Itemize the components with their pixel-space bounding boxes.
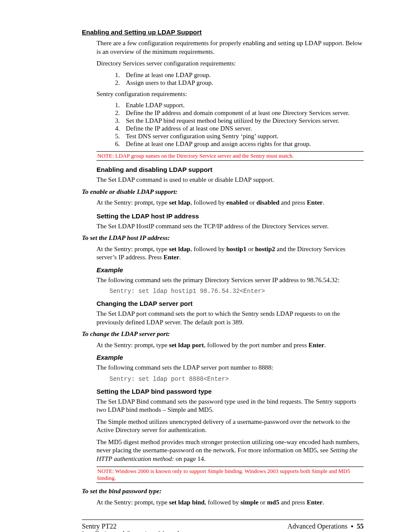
subheading: To set the LDAP host IP address: — [82, 234, 364, 243]
cmd: set ldap — [169, 199, 190, 206]
text: , followed by the port number and press — [204, 342, 308, 348]
ds-req-list: Define at least one LDAP group. Assign u… — [97, 72, 364, 87]
text: . — [323, 499, 324, 506]
cmd: hostip1 — [226, 246, 246, 252]
text: , followed by — [205, 499, 240, 506]
text: or — [248, 199, 256, 206]
heading-example: Example — [97, 266, 364, 274]
manual-title: Installation and Operations Manual — [82, 530, 179, 532]
cmd: enabled — [226, 199, 248, 206]
footer-right: Advanced Operations • 55 — [287, 523, 364, 532]
intro-paragraph: There are a few configuration requiremen… — [97, 39, 364, 56]
cmd: set ldap — [169, 246, 190, 252]
page-footer: Sentry PT22 Installation and Operations … — [82, 520, 364, 532]
cmd: Enter — [307, 499, 323, 506]
note-windows: NOTE: Windows 2000 is known only to supp… — [97, 467, 364, 483]
text: At the Sentry: prompt, type — [97, 199, 169, 206]
code-block: Sentry: set ldap hostip1 98.76.54.32<Ent… — [109, 288, 364, 295]
ds-req-label: Directory Services server configuration … — [97, 59, 364, 68]
command-text: At the Sentry: prompt, type set ldap, fo… — [97, 245, 364, 262]
sentry-req-list: Enable LDAP support. Define the IP addre… — [97, 102, 364, 148]
body-text: The Set LDAP HostIP command sets the TCP… — [97, 222, 364, 231]
cmd: disabled — [256, 199, 279, 206]
list-item: Define at least one LDAP group and assig… — [121, 140, 364, 148]
subheading: To change the LDAP server port: — [82, 330, 364, 339]
text: on page 14. — [174, 455, 206, 462]
cmd: set ldap port — [169, 342, 204, 348]
example-text: The following command sets the primary D… — [97, 276, 364, 285]
page-number: 55 — [357, 523, 364, 530]
bullet-icon: • — [349, 523, 355, 530]
footer-left: Sentry PT22 Installation and Operations … — [82, 523, 179, 532]
note-ldap-match: NOTE: LDAP group names on the Directory … — [97, 151, 364, 161]
text: , followed by — [190, 199, 226, 206]
sentry-req-label: Sentry configuration requirements: — [97, 90, 364, 99]
body-text: The MD5 digest method provides much stro… — [97, 438, 364, 464]
text: . — [179, 254, 181, 261]
cmd: set ldap bind — [169, 499, 205, 506]
body-text: The Simple method utilizes unencrypted d… — [97, 418, 364, 435]
text: and press — [280, 199, 307, 206]
body-text: The Set LDAP command is used to enable o… — [97, 176, 364, 184]
heading-enable-disable: Enabling and disabling LDAP support — [97, 166, 364, 173]
code-block: Sentry: set ldap port 8888<Enter> — [109, 376, 364, 383]
product-name: Sentry PT22 — [82, 523, 116, 530]
list-item: Define the IP address and domain compone… — [121, 109, 364, 117]
text: At the Sentry: prompt, type — [97, 499, 169, 506]
subheading: To enable or disable LDAP support: — [82, 188, 364, 196]
section-name: Advanced Operations — [287, 523, 349, 530]
text: . — [323, 199, 324, 206]
cmd: simple — [240, 499, 258, 506]
body-text: The Set LDAP Bind command sets the passw… — [97, 398, 364, 414]
list-item: Assign users to that LDAP group. — [121, 79, 364, 87]
list-item: Set the LDAP bind request method being u… — [121, 117, 364, 124]
text: The MD5 digest method provides much stro… — [97, 439, 359, 454]
heading-port: Changing the LDAP server port — [97, 300, 364, 307]
text: . — [324, 342, 326, 348]
cmd: Enter — [307, 199, 323, 206]
command-text: At the Sentry: prompt, type set ldap por… — [97, 341, 364, 350]
heading-bind: Setting the LDAP bind password type — [97, 388, 364, 395]
list-item: Define the IP address of at least one DN… — [121, 125, 364, 132]
text: or — [258, 499, 267, 506]
cmd: md5 — [267, 499, 279, 506]
body-text: The Set LDAP port command sets the port … — [97, 310, 364, 327]
subheading: To set the bind password type: — [82, 487, 364, 496]
text: At the Sentry: prompt, type — [97, 342, 169, 348]
list-item: Test DNS server configuration using Sent… — [121, 133, 364, 140]
list-item: Define at least one LDAP group. — [121, 72, 364, 79]
text: or — [246, 246, 255, 252]
cmd: Enter — [308, 342, 324, 348]
heading-example: Example — [97, 354, 364, 361]
text: At the Sentry: prompt, type — [97, 246, 169, 252]
cmd: hostip2 — [255, 246, 275, 252]
example-text: The following command sets the LDAP serv… — [97, 364, 364, 372]
command-text: At the Sentry: prompt, type set ldap bin… — [97, 498, 364, 507]
text: , followed by — [190, 246, 226, 252]
cmd: Enter — [163, 254, 179, 261]
page-content: Enabling and Setting up LDAP Support The… — [0, 0, 411, 532]
list-item: Enable LDAP support. — [121, 102, 364, 109]
heading-hostip: Setting the LDAP host IP address — [97, 212, 364, 220]
text: and press — [279, 499, 307, 506]
heading-main: Enabling and Setting up LDAP Support — [82, 28, 364, 36]
command-text: At the Sentry: prompt, type set ldap, fo… — [97, 199, 364, 207]
